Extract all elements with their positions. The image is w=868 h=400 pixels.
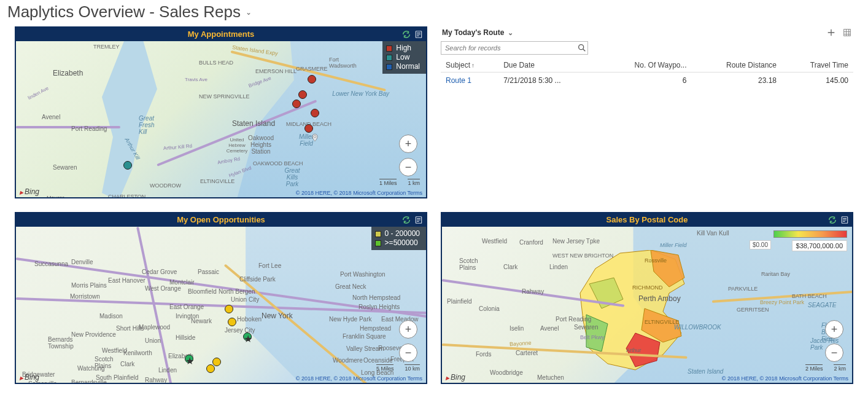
map-label: Bernardsville	[71, 379, 107, 383]
map-label: linden Ave	[27, 85, 50, 101]
page-title-dropdown[interactable]: ⌄	[246, 8, 252, 17]
cell: 145.00	[781, 73, 853, 89]
map-label: Fords	[476, 351, 492, 358]
map-label: Westfield	[102, 347, 127, 354]
zoom-in-button[interactable]: +	[399, 320, 417, 339]
zoom-out-button[interactable]: −	[399, 158, 417, 176]
legend-item: 0 - 200000	[385, 229, 420, 238]
appointment-pin[interactable]	[311, 109, 319, 117]
map-label: Iselin	[510, 325, 524, 332]
map-label: Kenilworth	[123, 350, 152, 356]
map-label: Bernards Township	[48, 336, 85, 350]
map-credit[interactable]: © 2018 HERE, © 2018 Microsoft Corporatio…	[296, 190, 422, 196]
route-title[interactable]: My Today's Route ⌄	[442, 28, 513, 37]
table-row[interactable]: Route 1 7/21/2018 5:30 ... 6 23.18 145.0…	[441, 73, 853, 89]
appointment-pin[interactable]	[292, 100, 301, 108]
opportunity-pin[interactable]	[212, 358, 221, 366]
zoom-out-button[interactable]: −	[825, 343, 843, 362]
svg-rect-2	[844, 29, 851, 36]
opportunities-map[interactable]: New York Jersey City Newark Elizabeth Un…	[16, 227, 426, 383]
zoom-in-button[interactable]: +	[399, 135, 417, 153]
appointment-marker[interactable]	[311, 132, 319, 143]
map-label: Clark	[120, 361, 134, 367]
opportunity-pin[interactable]	[228, 318, 236, 326]
cell: 6	[599, 73, 692, 89]
map-label: Rahway	[145, 377, 167, 383]
chevron-down-icon: ⌄	[508, 29, 513, 37]
add-icon[interactable]	[826, 28, 836, 37]
map-label: Watchung	[77, 365, 105, 372]
sales-title: Sales By Postal Code	[606, 215, 688, 224]
route-link[interactable]: Route 1	[441, 73, 498, 89]
map-credit[interactable]: © 2018 HERE, © 2018 Microsoft Corporatio…	[722, 375, 848, 382]
opportunities-card: My Open Opportunities New York Jersey Ci…	[15, 212, 427, 384]
opportunity-pin[interactable]	[206, 364, 215, 373]
zoom-in-button[interactable]: +	[825, 320, 843, 339]
map-label: Woodbridge	[490, 369, 523, 376]
route-card: My Today's Route ⌄ Subject↑	[441, 26, 853, 198]
map-label: New Jersey Tpke	[552, 238, 600, 245]
map-label: Avenel	[42, 114, 60, 120]
refresh-icon[interactable]	[401, 29, 411, 39]
cell: 7/21/2018 5:30 ...	[498, 73, 599, 89]
map-label: Arthur Kill Rd	[163, 143, 193, 151]
legend-item: Normal	[396, 62, 420, 71]
map-label: Newark	[191, 318, 212, 324]
search-row	[441, 41, 853, 55]
grid-icon[interactable]	[842, 28, 852, 37]
map-label: Morris Plains	[71, 282, 107, 289]
col-distance[interactable]: Route Distance	[692, 58, 782, 73]
scale-bar: 1 Miles 1 km	[379, 179, 420, 186]
appointment-pin[interactable]	[123, 161, 132, 170]
map-label: Linden	[549, 264, 568, 270]
list-icon[interactable]	[840, 215, 850, 225]
refresh-icon[interactable]	[401, 215, 411, 225]
col-waypoints[interactable]: No. Of Waypo...	[599, 58, 692, 73]
search-icon[interactable]	[577, 43, 587, 53]
opportunity-pin[interactable]: ★	[185, 355, 193, 363]
map-label: Avenel	[540, 325, 559, 332]
map-label: New Providence	[71, 331, 116, 338]
map-label: TREMLEY	[93, 44, 120, 50]
map-label: Westfield	[482, 238, 507, 245]
appointment-pin[interactable]	[308, 75, 316, 84]
map-label: Clark	[503, 264, 517, 270]
sales-map[interactable]: Westfield Cranford Clark Linden Rahway S…	[442, 227, 852, 383]
map-label: WOODROW	[150, 182, 181, 189]
route-table: Subject↑ Due Date No. Of Waypo... Route …	[441, 58, 853, 89]
appointments-legend: High Low Normal	[382, 41, 426, 74]
map-label: Scotch Plains	[459, 257, 484, 271]
map-label: NEW SPRINGVILLE	[199, 93, 250, 100]
map-label: Maplewood	[139, 324, 170, 331]
zoom-out-button[interactable]: −	[399, 343, 417, 362]
map-label: BULLS HEAD	[199, 60, 233, 66]
list-icon[interactable]	[414, 29, 424, 39]
col-due[interactable]: Due Date	[498, 58, 599, 73]
page-title: Maplytics Overview - Sales Reps	[7, 2, 241, 22]
search-input[interactable]	[441, 41, 588, 55]
map-label: Scotch Plains	[95, 356, 119, 369]
map-label: Bayonne	[510, 340, 532, 347]
appointment-pin[interactable]	[298, 90, 307, 99]
map-credit[interactable]: © 2018 HERE, © 2018 Microsoft Corporatio…	[296, 375, 422, 382]
col-travel[interactable]: Travel Time	[781, 58, 853, 73]
heat-overlay	[577, 250, 712, 379]
map-label: East Hanover	[108, 277, 145, 284]
legend-item: High	[396, 44, 411, 53]
map-label: ELTINGVILLE	[200, 178, 234, 184]
bing-logo: Bing	[446, 373, 465, 382]
col-subject[interactable]: Subject↑	[441, 58, 498, 73]
list-icon[interactable]	[414, 215, 424, 225]
refresh-icon[interactable]	[827, 215, 837, 225]
opportunity-pin[interactable]	[225, 305, 233, 313]
heat-low: $0.00	[750, 240, 771, 249]
appointment-pin[interactable]	[304, 124, 313, 133]
map-label: Maurer	[47, 195, 64, 197]
map-label: Bridge Ave	[248, 76, 272, 89]
opportunity-pin[interactable]: ★	[243, 332, 252, 341]
appointments-map[interactable]: Elizabeth Port Reading Sewaren Avenel St…	[16, 41, 426, 197]
legend-item: >=500000	[385, 238, 418, 248]
map-label: South Plainfield	[96, 374, 139, 381]
heat-gradient	[773, 230, 847, 238]
map-label: Hillside	[176, 334, 195, 341]
